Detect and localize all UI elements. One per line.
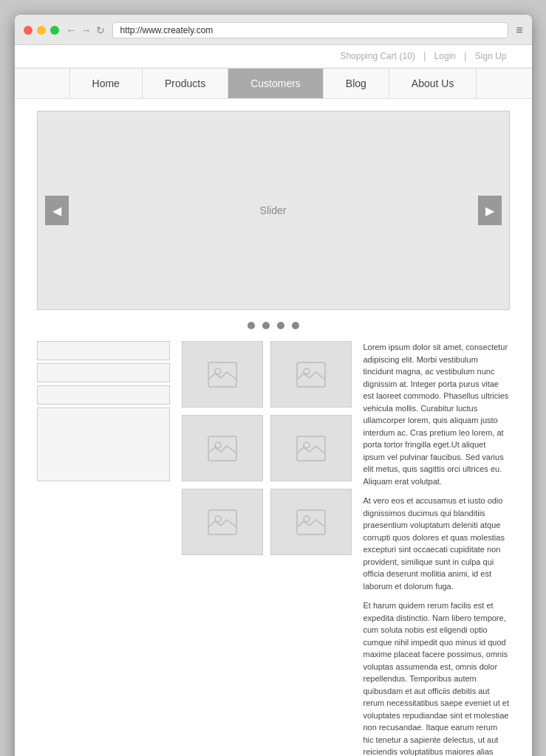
- slider-dot-2[interactable]: [262, 322, 270, 329]
- image-4: [270, 415, 352, 481]
- image-6: [270, 489, 352, 555]
- forward-button[interactable]: →: [81, 24, 92, 36]
- slider-left-arrow[interactable]: ◀: [45, 196, 69, 225]
- svg-rect-10: [297, 510, 325, 535]
- svg-point-3: [215, 442, 221, 448]
- list-item-1: [37, 341, 170, 360]
- svg-rect-4: [208, 510, 236, 535]
- close-button[interactable]: [24, 26, 33, 35]
- slider-dots: [15, 322, 532, 329]
- separator2: |: [464, 51, 466, 61]
- svg-point-1: [215, 368, 221, 374]
- svg-rect-2: [208, 436, 236, 461]
- svg-rect-6: [297, 362, 325, 387]
- svg-rect-8: [297, 436, 325, 461]
- grid-column-right: [270, 341, 352, 756]
- title-bar: ← → ↻ http://www.creately.com ≡: [15, 15, 532, 45]
- back-button[interactable]: ←: [66, 24, 77, 36]
- main-content: Lorem ipsum dolor sit amet, consectetur …: [15, 341, 532, 756]
- image-1: [182, 341, 263, 408]
- image-grids: [182, 341, 352, 756]
- nav-item-customers[interactable]: Customers: [228, 69, 324, 98]
- slider-right-arrow[interactable]: ▶: [478, 196, 502, 225]
- browser-nav-buttons: ← → ↻: [66, 24, 105, 36]
- shopping-cart-link[interactable]: Shopping Cart (10): [340, 51, 414, 61]
- nav-item-products[interactable]: Products: [143, 69, 228, 98]
- image-3: [182, 415, 263, 481]
- browser-window: ← → ↻ http://www.creately.com ≡ Shopping…: [15, 15, 532, 756]
- refresh-button[interactable]: ↻: [96, 24, 105, 36]
- signup-link[interactable]: Sign Up: [475, 51, 507, 61]
- paragraph-2: At vero eos et accusamus et iusto odio d…: [364, 495, 510, 592]
- traffic-lights: [24, 26, 59, 35]
- separator1: |: [423, 51, 426, 61]
- menu-icon[interactable]: ≡: [516, 24, 522, 37]
- image-5: [182, 489, 263, 555]
- image-2: [270, 341, 352, 408]
- login-link[interactable]: Login: [434, 51, 456, 61]
- website-content: Shopping Cart (10) | Login | Sign Up Hom…: [15, 45, 532, 756]
- slider-dot-1[interactable]: [248, 322, 255, 329]
- paragraph-1: Lorem ipsum dolor sit amet, consectetur …: [364, 341, 510, 487]
- svg-point-9: [304, 442, 310, 448]
- slider-section: ◀ Slider ▶: [37, 111, 510, 310]
- nav-item-about[interactable]: About Us: [389, 69, 477, 98]
- slider-label: Slider: [260, 205, 287, 216]
- svg-point-5: [215, 516, 221, 522]
- minimize-button[interactable]: [37, 26, 46, 35]
- text-content: Lorem ipsum dolor sit amet, consectetur …: [364, 341, 510, 756]
- slider-dot-3[interactable]: [277, 322, 284, 329]
- left-sidebar: [37, 341, 170, 756]
- list-item-tall: [37, 408, 170, 481]
- grid-column-left: [182, 341, 263, 756]
- svg-rect-0: [208, 362, 236, 387]
- list-item-3: [37, 385, 170, 405]
- paragraph-3: Et harum quidem rerum facilis est et exp…: [364, 599, 510, 756]
- nav-item-home[interactable]: Home: [69, 69, 143, 98]
- list-item-2: [37, 363, 170, 382]
- svg-point-7: [304, 368, 310, 374]
- slider-dot-4[interactable]: [292, 322, 299, 329]
- maximize-button[interactable]: [50, 26, 59, 35]
- main-navigation: Home Products Customers Blog About Us: [15, 68, 532, 99]
- address-bar[interactable]: http://www.creately.com: [112, 22, 509, 38]
- nav-item-blog[interactable]: Blog: [324, 69, 389, 98]
- svg-point-11: [304, 516, 310, 522]
- top-bar: Shopping Cart (10) | Login | Sign Up: [15, 45, 532, 68]
